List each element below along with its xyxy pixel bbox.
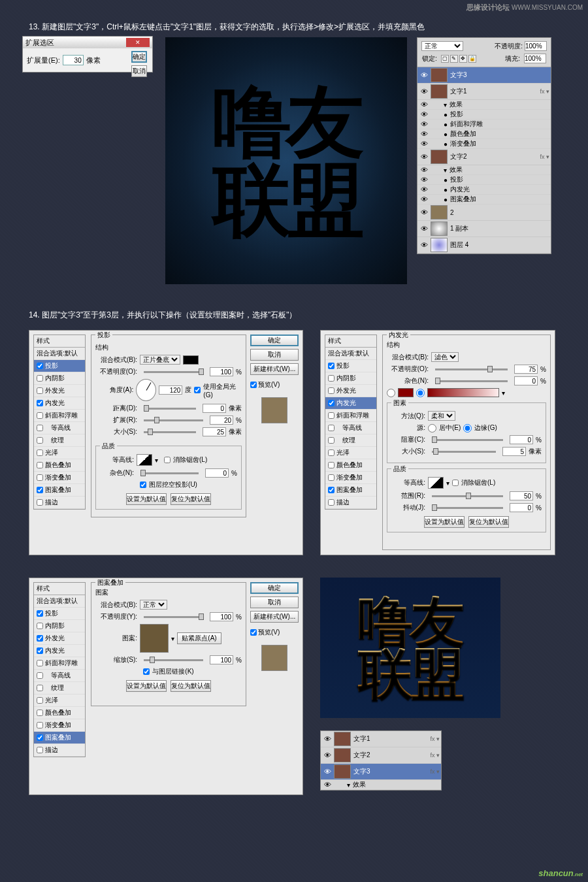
- style-option[interactable]: 渐变叠加: [34, 472, 85, 484]
- opacity-input[interactable]: [525, 41, 547, 51]
- size-value[interactable]: [502, 447, 526, 456]
- style-checkbox[interactable]: [37, 734, 43, 741]
- style-checkbox[interactable]: [37, 437, 43, 444]
- layer-effect-item[interactable]: 👁●渐变叠加: [417, 139, 551, 149]
- blend-select[interactable]: 滤色: [431, 352, 459, 362]
- visibility-eye-icon[interactable]: 👁: [417, 176, 431, 184]
- style-checkbox[interactable]: [37, 647, 43, 654]
- expand-amount-input[interactable]: [63, 55, 84, 65]
- ok-button[interactable]: 确定: [250, 335, 299, 346]
- style-checkbox[interactable]: [328, 487, 335, 493]
- set-default-button[interactable]: 设置为默认值: [126, 680, 167, 692]
- style-option[interactable]: 颜色叠加: [34, 707, 85, 719]
- visibility-eye-icon[interactable]: 👁: [417, 140, 431, 148]
- cancel-button[interactable]: 取消: [131, 65, 147, 77]
- style-option[interactable]: 外发光: [34, 632, 85, 645]
- new-style-button[interactable]: 新建样式(W)...: [250, 363, 299, 375]
- style-checkbox[interactable]: [37, 623, 43, 629]
- style-checkbox[interactable]: [37, 697, 43, 704]
- blend-mode-select[interactable]: 正常: [421, 41, 463, 51]
- style-checkbox[interactable]: [328, 449, 335, 456]
- style-option[interactable]: 纹理: [325, 434, 376, 447]
- dialog-titlebar[interactable]: 扩展选区 ✕: [23, 37, 152, 48]
- style-checkbox[interactable]: [37, 363, 43, 369]
- style-checkbox[interactable]: [37, 610, 43, 617]
- style-option[interactable]: 斜面和浮雕: [34, 657, 85, 670]
- style-option[interactable]: 渐变叠加: [34, 719, 85, 732]
- style-checkbox[interactable]: [37, 660, 43, 666]
- range-value[interactable]: [510, 491, 533, 500]
- style-option[interactable]: 内阴影: [325, 372, 376, 385]
- style-checkbox[interactable]: [328, 499, 335, 506]
- color-swatch[interactable]: [398, 388, 414, 397]
- style-option[interactable]: 图案叠加: [325, 484, 376, 497]
- lock-transparent-icon[interactable]: ▢: [441, 55, 449, 63]
- style-checkbox[interactable]: [37, 474, 43, 481]
- reset-default-button[interactable]: 复位为默认值: [171, 680, 211, 692]
- visibility-eye-icon[interactable]: 👁: [417, 153, 431, 161]
- style-checkbox[interactable]: [328, 400, 335, 406]
- blend-options[interactable]: 混合选项:默认: [34, 595, 85, 608]
- visibility-eye-icon[interactable]: 👁: [417, 130, 431, 138]
- visibility-eye-icon[interactable]: 👁: [417, 186, 431, 193]
- visibility-eye-icon[interactable]: 👁: [417, 225, 431, 233]
- layer-item[interactable]: 👁文字2fx ▾: [321, 747, 441, 764]
- style-checkbox[interactable]: [37, 710, 43, 716]
- visibility-eye-icon[interactable]: 👁: [417, 166, 431, 174]
- style-option[interactable]: 描边: [325, 497, 376, 509]
- style-checkbox[interactable]: [328, 387, 335, 394]
- visibility-eye-icon[interactable]: 👁: [417, 208, 431, 216]
- style-checkbox[interactable]: [328, 363, 335, 369]
- style-option[interactable]: 图案叠加: [34, 732, 85, 744]
- layer-effect-item[interactable]: 👁▾效果: [417, 100, 551, 110]
- center-radio[interactable]: [428, 424, 436, 433]
- noise-slider[interactable]: [435, 380, 508, 382]
- style-option[interactable]: 颜色叠加: [34, 459, 85, 472]
- angle-value[interactable]: [159, 385, 182, 395]
- layer-item[interactable]: 👁1 副本: [417, 221, 551, 237]
- layer-item[interactable]: 👁文字3fx ▾: [321, 764, 441, 780]
- visibility-eye-icon[interactable]: 👁: [417, 195, 431, 203]
- style-checkbox[interactable]: [37, 635, 43, 642]
- style-checkbox[interactable]: [37, 747, 43, 753]
- cancel-button[interactable]: 取消: [250, 349, 299, 361]
- layer-item[interactable]: 👁2: [417, 204, 551, 221]
- visibility-eye-icon[interactable]: 👁: [321, 751, 334, 759]
- reset-default-button[interactable]: 复位为默认值: [171, 493, 211, 505]
- style-checkbox[interactable]: [328, 375, 335, 382]
- layer-item[interactable]: 👁文字1fx ▾: [321, 731, 441, 747]
- ok-button[interactable]: 确定: [250, 582, 299, 594]
- gradient-picker[interactable]: [427, 388, 499, 397]
- style-option[interactable]: 投影: [325, 360, 376, 372]
- blend-options[interactable]: 混合选项:默认: [325, 348, 376, 360]
- blend-options[interactable]: 混合选项:默认: [34, 348, 85, 360]
- noise-value[interactable]: [205, 468, 229, 478]
- cancel-button[interactable]: 取消: [250, 596, 299, 608]
- snap-origin-button[interactable]: 贴紧原点(A): [177, 632, 221, 644]
- style-option[interactable]: 光泽: [34, 447, 85, 459]
- style-option[interactable]: 投影: [34, 360, 85, 372]
- fill-input[interactable]: [524, 54, 546, 63]
- style-checkbox[interactable]: [37, 685, 43, 691]
- style-option[interactable]: 斜面和浮雕: [325, 410, 376, 422]
- layer-effect-item[interactable]: 👁▾效果: [321, 780, 441, 790]
- style-option[interactable]: 等高线: [34, 422, 85, 434]
- style-checkbox[interactable]: [37, 387, 43, 394]
- link-layer-checkbox[interactable]: [143, 668, 150, 675]
- size-value[interactable]: [203, 427, 226, 436]
- method-select[interactable]: 柔和: [428, 411, 455, 421]
- style-option[interactable]: 等高线: [34, 670, 85, 682]
- pattern-picker[interactable]: [140, 624, 169, 653]
- style-option[interactable]: 光泽: [34, 694, 85, 707]
- style-checkbox[interactable]: [37, 375, 43, 382]
- style-option[interactable]: 外发光: [34, 385, 85, 397]
- lock-move-icon[interactable]: ✥: [459, 55, 467, 63]
- gradient-radio[interactable]: [416, 389, 425, 397]
- size-slider[interactable]: [144, 431, 196, 433]
- close-icon[interactable]: ✕: [126, 38, 150, 47]
- style-checkbox[interactable]: [328, 437, 335, 444]
- style-option[interactable]: 外发光: [325, 385, 376, 397]
- visibility-eye-icon[interactable]: 👁: [417, 101, 431, 108]
- edge-radio[interactable]: [463, 424, 472, 433]
- visibility-eye-icon[interactable]: 👁: [417, 120, 431, 128]
